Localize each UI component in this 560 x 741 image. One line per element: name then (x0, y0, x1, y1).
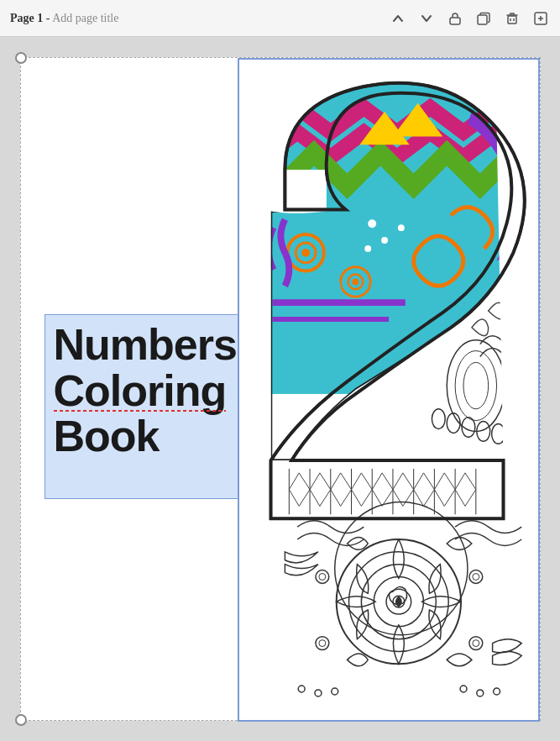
toolbar-icons (389, 9, 550, 28)
svg-rect-2 (508, 16, 516, 24)
toolbar: Page 1 - Add page title (0, 0, 560, 37)
page-label: Page 1 (10, 12, 43, 24)
chevron-down-icon[interactable] (417, 9, 436, 28)
svg-point-22 (368, 219, 376, 228)
book-title-text: Numbers Coloring Book (54, 322, 237, 460)
chevron-up-icon[interactable] (389, 9, 407, 28)
title-line1: Numbers (54, 320, 237, 369)
number-illustration (238, 58, 540, 722)
svg-rect-0 (450, 18, 460, 24)
toolbar-separator: - (43, 12, 52, 24)
text-block[interactable]: Numbers Coloring Book (44, 314, 256, 499)
handle-bottom-left[interactable] (15, 714, 27, 726)
toolbar-title: Page 1 - Add page title (10, 12, 382, 25)
svg-rect-1 (478, 15, 487, 24)
add-page-title[interactable]: Add page title (52, 12, 118, 24)
page-container: Numbers Coloring Book (20, 57, 541, 721)
copy-icon[interactable] (474, 9, 493, 28)
svg-point-17 (334, 255, 343, 264)
svg-point-18 (314, 278, 322, 286)
lock-icon[interactable] (446, 9, 464, 28)
handle-top-left[interactable] (15, 52, 27, 64)
svg-point-19 (328, 280, 340, 292)
trash-icon[interactable] (503, 9, 521, 28)
svg-point-24 (364, 245, 371, 252)
svg-point-12 (301, 249, 310, 257)
svg-rect-28 (270, 460, 503, 518)
add-page-icon[interactable] (531, 9, 550, 28)
svg-point-23 (381, 237, 388, 244)
svg-point-16 (321, 265, 331, 275)
number-2-svg (239, 60, 538, 720)
title-line3: Book (54, 412, 160, 460)
canvas-area: Numbers Coloring Book (0, 37, 560, 741)
svg-point-25 (397, 224, 404, 231)
svg-point-15 (352, 278, 359, 285)
title-line2: Coloring (54, 368, 227, 414)
